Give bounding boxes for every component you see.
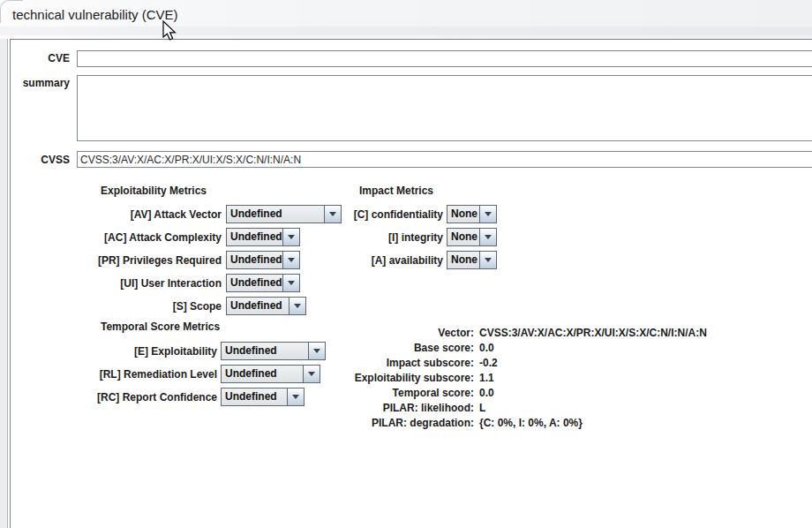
scope-value: Undefined [227,298,289,314]
mouse-cursor-icon [162,20,177,43]
dropdown-arrow-icon[interactable] [282,275,299,291]
privileges-required-label: [PR] Privileges Required [0,254,222,267]
exploitability-subscore-value: 1.1 [479,372,494,384]
availability-dropdown[interactable]: None [447,251,497,269]
dropdown-arrow-icon[interactable] [479,252,496,268]
cve-input[interactable] [77,50,812,67]
exploitability-metrics-header: Exploitability Metrics [101,185,207,197]
pilar-degradation-value: {C: 0%, I: 0%, A: 0%} [479,417,583,429]
window-title: technical vulnerability (CVE) [12,7,178,22]
integrity-dropdown[interactable]: None [447,228,497,246]
temporal-metrics-header: Temporal Score Metrics [101,321,220,333]
temporal-score-value: 0.0 [479,387,494,399]
base-score-label: Base score: [212,342,474,354]
integrity-value: None [447,229,479,245]
confidentiality-dropdown[interactable]: None [447,205,497,223]
report-confidence-label: [RC] Report Confidence [0,391,217,404]
temporal-score-label: Temporal score: [212,387,474,399]
availability-value: None [447,252,479,268]
user-interaction-dropdown[interactable]: Undefined [226,274,300,292]
scope-label: [S] Scope [0,300,222,313]
attack-complexity-dropdown[interactable]: Undefined [226,228,300,246]
cvss-label: CVSS [0,154,70,166]
availability-label: [A] availability [291,254,443,267]
scope-dropdown[interactable]: Undefined [226,297,306,315]
remediation-level-label: [RL] Remediation Level [0,368,217,381]
vector-result-label: Vector: [212,327,474,339]
titlebar-shadow-band [0,26,812,35]
attack-vector-label: [AV] Attack Vector [0,208,222,221]
confidentiality-label: [C] confidentiality [291,208,443,221]
pilar-likelihood-value: L [479,402,485,414]
attack-complexity-value: Undefined [227,229,282,245]
dropdown-arrow-icon[interactable] [479,206,496,223]
privileges-required-dropdown[interactable]: Undefined [226,251,300,269]
dropdown-arrow-icon[interactable] [289,298,305,314]
exploitability-subscore-label: Exploitability subscore: [212,372,474,384]
pilar-degradation-label: PILAR: degradation: [212,417,474,429]
dropdown-arrow-icon[interactable] [479,229,496,245]
integrity-label: [I] integrity [291,231,443,244]
cvss-input[interactable] [77,151,812,168]
vector-result-value: CVSS:3/AV:X/AC:X/PR:X/UI:X/S:X/C:N/I:N/A… [479,327,707,339]
user-interaction-value: Undefined [227,275,282,291]
impact-subscore-label: Impact subscore: [212,357,474,369]
impact-metrics-header: Impact Metrics [359,185,433,197]
pilar-likelihood-label: PILAR: likelihood: [212,402,474,414]
exploitability-label: [E] Exploitability [0,345,217,358]
privileges-required-value: Undefined [227,252,282,268]
user-interaction-label: [UI] User Interaction [0,277,222,290]
attack-complexity-label: [AC] Attack Complexity [0,231,222,244]
base-score-value: 0.0 [479,342,494,354]
summary-input[interactable] [77,75,812,141]
confidentiality-value: None [447,206,479,223]
impact-subscore-value: -0.2 [479,357,498,369]
cve-label: CVE [0,52,70,64]
summary-label: summary [0,77,70,89]
